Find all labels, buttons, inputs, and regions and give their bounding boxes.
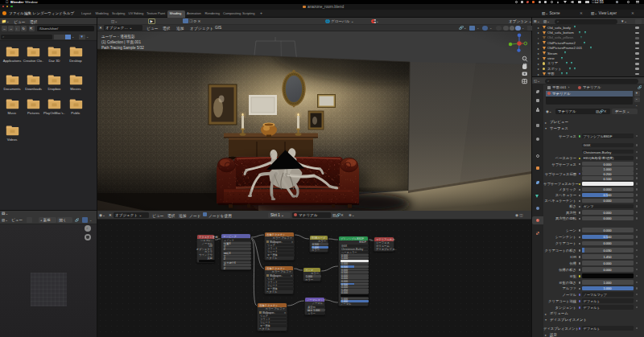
svg-text:(1) Collection | 平面.001: (1) Collection | 平面.001 bbox=[101, 39, 141, 45]
svg-text:ユーザー・透視投影: ユーザー・透視投影 bbox=[101, 34, 135, 39]
svg-text:Path Tracing Sample 5/32: Path Tracing Sample 5/32 bbox=[101, 46, 144, 50]
